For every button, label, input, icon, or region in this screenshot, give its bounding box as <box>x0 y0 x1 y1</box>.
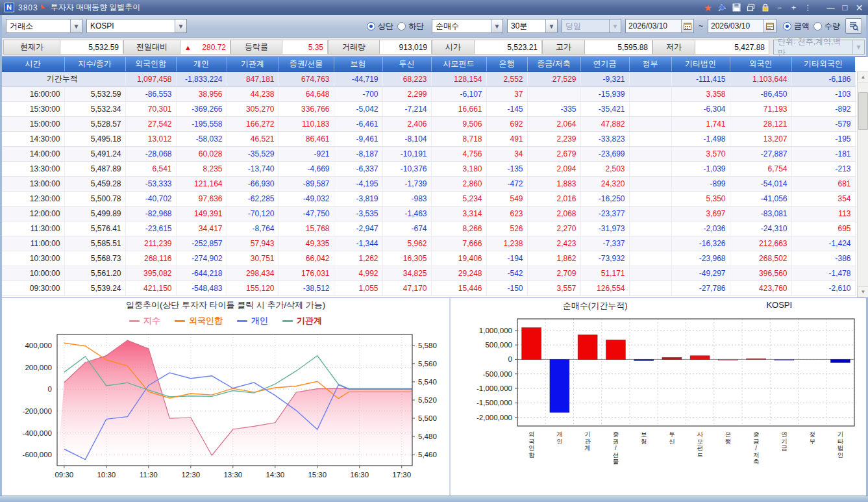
calendar-icon[interactable] <box>763 19 776 32</box>
column-header[interactable]: 기타외국인 <box>791 57 855 71</box>
minus-icon[interactable]: − <box>775 3 784 12</box>
measure-select[interactable]: 순매수 ▼ <box>432 19 503 33</box>
netbuy-chart-title: 순매수(기간누적) <box>563 300 628 312</box>
save-icon[interactable] <box>732 3 741 12</box>
index-cell: 5,568.73 <box>64 251 125 266</box>
date-to-input[interactable]: 2026/03/10 <box>708 19 776 33</box>
table-row[interactable]: 11:00:005,585.51211,239-252,85757,94349,… <box>2 236 855 251</box>
market-select[interactable]: 거래소 ▼ <box>6 19 82 33</box>
value-cell: 6,541 <box>125 161 176 176</box>
popup-icon[interactable] <box>746 3 756 12</box>
time-cell: 15:00:00 <box>2 116 64 131</box>
table-row[interactable]: 13:00:005,459.28-53,333121,164-66,930-89… <box>2 176 855 191</box>
up-triangle-icon: ▲ <box>184 44 192 51</box>
table-row[interactable]: 16:00:005,532.59-86,55338,95644,23864,64… <box>2 86 855 101</box>
table-row[interactable]: 11:30:005,576.41-23,61534,417-8,76415,76… <box>2 221 855 236</box>
value-cell: 70,301 <box>125 101 176 116</box>
table-row[interactable]: 14:30:005,495.1813,012-58,03246,52186,46… <box>2 131 855 146</box>
column-header[interactable]: 사모펀드 <box>431 57 486 71</box>
minimize-icon[interactable]: — <box>826 3 836 12</box>
value-cell: 268,116 <box>125 251 176 266</box>
table-row[interactable]: 12:00:005,499.89-82,968149,391-70,120-47… <box>2 206 855 221</box>
radio-top[interactable]: 상단 <box>367 21 393 32</box>
value-cell: 126,554 <box>580 281 629 295</box>
radio-amount[interactable]: 금액 <box>783 21 810 32</box>
index-cell: 5,532.34 <box>64 101 125 116</box>
time-cell: 10:00:00 <box>2 266 64 281</box>
table-row[interactable]: 10:00:005,561.20395,082-644,218298,43417… <box>2 266 855 281</box>
value-cell: 1,238 <box>486 236 527 251</box>
pin-icon[interactable] <box>717 3 727 12</box>
value-cell: -23,968 <box>671 251 730 266</box>
column-header[interactable]: 투신 <box>382 57 431 71</box>
table-body: 기간누적1,097,458-1,833,224847,181674,763-44… <box>2 71 855 295</box>
value-cell: -16,250 <box>580 191 629 206</box>
table-row[interactable]: 10:30:005,568.73268,116-274,90230,75166,… <box>2 251 855 266</box>
column-header[interactable]: 종금/저축 <box>527 57 580 71</box>
value-cell: -1,739 <box>382 176 431 191</box>
value-cell: 149,391 <box>176 206 227 221</box>
scroll-up-button[interactable]: ▲ <box>858 71 868 82</box>
column-header[interactable]: 개인 <box>176 57 227 71</box>
calendar-icon[interactable] <box>681 19 693 32</box>
time-cell: 15:30:00 <box>2 101 64 116</box>
column-header[interactable]: 연기금 <box>580 57 629 71</box>
column-header[interactable]: 보험 <box>334 57 382 71</box>
value-cell <box>629 86 671 101</box>
index-cell: 5,499.89 <box>64 206 125 221</box>
maximize-icon[interactable]: □ <box>840 3 850 12</box>
column-header[interactable]: 정부 <box>629 57 671 71</box>
legend-item: 지수 <box>129 315 160 327</box>
column-header[interactable]: 시간 <box>2 57 64 71</box>
svg-text:15:30: 15:30 <box>308 471 327 479</box>
more-icon[interactable]: ⋮ <box>803 3 813 12</box>
column-header[interactable]: 외국인 <box>730 57 791 71</box>
value-cell: -13,740 <box>227 161 279 176</box>
table-row[interactable]: 14:00:005,491.24-28,06860,028-35,529-921… <box>2 146 855 161</box>
column-header[interactable]: 지수/종가 <box>64 57 125 71</box>
value-cell: -2,947 <box>334 221 382 236</box>
radio-quantity[interactable]: 수량 <box>813 21 840 32</box>
index-cell: 5,539.24 <box>64 281 125 295</box>
plus-icon[interactable]: ＋ <box>789 3 799 12</box>
column-header[interactable]: 기타법인 <box>671 57 730 71</box>
value-cell: -89,587 <box>279 176 334 191</box>
column-header[interactable]: 기관계 <box>227 57 279 71</box>
index-select[interactable]: KOSPI ▼ <box>86 19 187 33</box>
vertical-scrollbar[interactable]: ▲ ▼ <box>857 71 868 297</box>
lock-icon[interactable] <box>760 3 770 12</box>
close-icon[interactable]: ✕ <box>854 3 864 12</box>
date-range-tilde: ~ <box>699 21 703 31</box>
radio-bottom[interactable]: 하단 <box>397 21 424 32</box>
info-label: 현재가 <box>3 40 60 55</box>
favorite-star-icon[interactable]: ★ <box>703 3 713 12</box>
time-cell: 12:30:00 <box>2 191 64 206</box>
value-cell: -1,039 <box>671 161 730 176</box>
table-row[interactable]: 15:30:005,532.3470,301-369,266305,270336… <box>2 101 855 116</box>
column-header[interactable]: 증권/선물 <box>279 57 334 71</box>
table-row[interactable]: 09:30:005,539.24421,150-548,483155,120-3… <box>2 281 855 295</box>
interval-select[interactable]: 30분 ▼ <box>507 19 558 33</box>
query-button[interactable] <box>845 18 862 34</box>
time-cell: 11:30:00 <box>2 221 64 236</box>
cumulative-row[interactable]: 기간누적1,097,458-1,833,224847,181674,763-44… <box>2 71 855 86</box>
date-from-input[interactable]: 2026/03/10 <box>625 19 694 33</box>
time-cell: 12:00:00 <box>2 206 64 221</box>
table-row[interactable]: 13:30:005,487.896,5418,235-13,740-4,669-… <box>2 161 855 176</box>
info-value: 5.35 <box>282 40 328 55</box>
value-cell: 623 <box>486 206 527 221</box>
value-cell: -1,478 <box>791 266 855 281</box>
svg-text:0: 0 <box>508 355 512 363</box>
scroll-down-button[interactable]: ▼ <box>858 286 868 297</box>
value-cell <box>629 131 671 146</box>
scroll-thumb[interactable] <box>858 92 868 130</box>
svg-text:14:30: 14:30 <box>266 471 284 479</box>
value-cell: -2,610 <box>791 281 855 295</box>
table-row[interactable]: 15:00:005,528.5727,542-195,558166,272110… <box>2 116 855 131</box>
column-header[interactable]: 은행 <box>486 57 527 71</box>
column-header[interactable]: 외국인합 <box>125 57 176 71</box>
time-cell: 10:30:00 <box>2 251 64 266</box>
svg-text:1,000,000: 1,000,000 <box>479 327 512 334</box>
value-cell <box>629 161 671 176</box>
table-row[interactable]: 12:30:005,500.78-40,70297,636-62,285-49,… <box>2 191 855 206</box>
